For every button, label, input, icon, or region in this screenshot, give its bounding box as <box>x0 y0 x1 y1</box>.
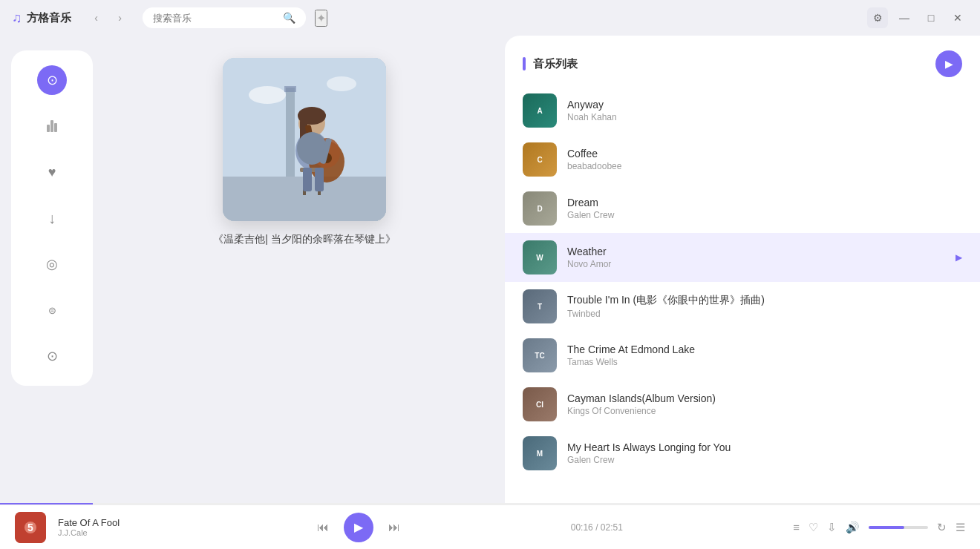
track-thumb: W <box>523 240 557 274</box>
play-all-button[interactable]: ▶ <box>935 50 962 77</box>
app-logo: ♫ 方格音乐 <box>12 10 71 26</box>
close-button[interactable]: ✕ <box>947 7 968 28</box>
progress-bar[interactable] <box>0 503 980 504</box>
album-art[interactable]: + 收藏歌单 <box>223 58 386 221</box>
track-info: Trouble I'm In (电影《你眼中的世界》插曲) Twinbed <box>567 294 945 319</box>
next-button[interactable]: ⏭ <box>388 521 400 534</box>
track-artist: Kings Of Convenience <box>567 406 945 416</box>
play-indicator: ▶ <box>956 252 962 263</box>
playlist-item[interactable]: TC The Crime At Edmond Lake Tamas Wells … <box>505 331 980 380</box>
toggle-icon: ⊜ <box>48 305 56 316</box>
bottom-player: 5 Fate Of A Fool J.J.Cale ⏮ ▶ ⏭ 00:16 / … <box>0 504 980 549</box>
like-button[interactable]: ♡ <box>808 521 818 534</box>
heart-icon: ♥ <box>48 165 56 180</box>
playlist-item[interactable]: W The Wolves And The Ravens Rogue Valley… <box>505 478 980 481</box>
track-artist: Novo Amor <box>567 259 945 269</box>
sidebar-item-download[interactable]: ↓ <box>37 203 67 233</box>
plus-icon: + <box>280 134 286 145</box>
player-album-thumb: 5 <box>15 512 46 543</box>
playlist-item[interactable]: C Coffee beabadoobee ▶ <box>505 135 980 184</box>
sparkle-button[interactable]: ✦ <box>315 10 327 27</box>
playlist-title-bar <box>523 57 526 70</box>
download-icon: ↓ <box>48 210 56 227</box>
next-icon: ⏭ <box>388 521 400 534</box>
download-button[interactable]: ⇩ <box>827 521 837 534</box>
track-name: Dream <box>567 197 945 208</box>
album-title: 《温柔吉他| 当夕阳的余晖落在琴键上》 <box>213 233 396 246</box>
playlist-item[interactable]: M My Heart Is Always Longing for You Gal… <box>505 429 980 478</box>
sidebar-item-favorites[interactable]: ♥ <box>37 157 67 187</box>
logo-icon: ♫ <box>12 10 22 26</box>
record-icon: ⊙ <box>47 72 58 88</box>
track-artist: beabadoobee <box>567 161 945 171</box>
prev-button[interactable]: ⏮ <box>317 521 329 534</box>
time-display: 00:16 / 02:51 <box>571 522 623 533</box>
time-separator: / <box>595 522 601 533</box>
track-info: Anyway Noah Kahan <box>567 99 945 122</box>
playlist-item[interactable]: CI Cayman Islands(Album Version) Kings O… <box>505 380 980 429</box>
track-thumb: D <box>523 191 557 226</box>
play-pause-button[interactable]: ▶ <box>344 513 373 542</box>
track-thumb: CI <box>523 387 557 421</box>
sidebar-item-toggle[interactable]: ⊜ <box>37 295 67 325</box>
sidebar-item-chart[interactable] <box>37 111 67 141</box>
svg-text:5: 5 <box>27 522 33 533</box>
queue-icon: ☰ <box>956 521 965 534</box>
playlist-item[interactable]: D Dream Galen Crew ▶ <box>505 184 980 233</box>
sidebar-item-record[interactable]: ⊙ <box>37 65 67 95</box>
current-time: 00:16 <box>571 522 593 533</box>
track-thumb: A <box>523 93 557 128</box>
volume-slider[interactable] <box>869 526 928 529</box>
sidebar-card: ⊙ ♥ ↓ ◎ ⊜ ⊙ <box>11 50 93 386</box>
search-icon[interactable]: 🔍 <box>283 12 295 24</box>
lyrics-button[interactable]: ≡ <box>793 521 800 533</box>
track-info: Cayman Islands(Album Version) Kings Of C… <box>567 392 945 416</box>
player-controls: ⏮ ▶ ⏭ <box>317 513 400 542</box>
track-thumb: C <box>523 142 557 177</box>
track-info: The Crime At Edmond Lake Tamas Wells <box>567 343 945 367</box>
sidebar-item-more[interactable]: ⊙ <box>37 341 67 371</box>
track-name: Weather <box>567 246 945 257</box>
track-thumb: M <box>523 436 557 470</box>
playlist-panel: 音乐列表 ▶ A Anyway Noah Kahan ▶ C Coffee be… <box>505 36 980 504</box>
queue-button[interactable]: ☰ <box>956 521 965 534</box>
lyrics-icon: ≡ <box>793 521 800 533</box>
track-info: Weather Novo Amor <box>567 246 945 269</box>
track-name: My Heart Is Always Longing for You <box>567 441 945 453</box>
volume-icon: 🔊 <box>846 521 860 534</box>
collect-button[interactable]: + 收藏歌单 <box>268 127 341 152</box>
center-panel: + 收藏歌单 《温柔吉他| 当夕阳的余晖落在琴键上》 <box>104 36 505 504</box>
playlist-item[interactable]: W Weather Novo Amor ▶ <box>505 233 980 282</box>
playlist-item[interactable]: T Trouble I'm In (电影《你眼中的世界》插曲) Twinbed … <box>505 282 980 331</box>
track-info: My Heart Is Always Longing for You Galen… <box>567 441 945 465</box>
track-thumb: TC <box>523 338 557 372</box>
progress-fill <box>0 503 93 504</box>
track-artist: Twinbed <box>567 309 945 319</box>
track-artist: Galen Crew <box>567 210 945 220</box>
play-icon: ▶ <box>354 520 363 534</box>
nav-forward-button[interactable]: › <box>110 7 131 28</box>
nav-back-button[interactable]: ‹ <box>86 7 107 28</box>
playlist-list[interactable]: A Anyway Noah Kahan ▶ C Coffee beabadoob… <box>505 86 980 481</box>
sidebar-item-discover[interactable]: ◎ <box>37 249 67 279</box>
maximize-button[interactable]: □ <box>921 7 941 28</box>
track-thumb: T <box>523 289 557 323</box>
sidebar: ⊙ ♥ ↓ ◎ ⊜ ⊙ <box>0 36 104 504</box>
track-name: Trouble I'm In (电影《你眼中的世界》插曲) <box>567 294 945 307</box>
track-name: Cayman Islands(Album Version) <box>567 392 945 404</box>
settings-button[interactable]: ⚙ <box>867 7 888 28</box>
volume-button[interactable]: 🔊 <box>846 521 860 534</box>
repeat-button[interactable]: ↻ <box>937 521 947 534</box>
total-time: 02:51 <box>601 522 623 533</box>
nav-arrows: ‹ › <box>86 7 131 28</box>
chart-icon <box>47 120 57 132</box>
track-artist: Tamas Wells <box>567 357 945 367</box>
search-input[interactable] <box>153 13 277 24</box>
playlist-item[interactable]: A Anyway Noah Kahan ▶ <box>505 86 980 135</box>
minimize-button[interactable]: — <box>894 7 915 28</box>
app-title: 方格音乐 <box>27 11 71 25</box>
player-right-controls: ≡ ♡ ⇩ 🔊 ↻ ☰ <box>793 521 965 534</box>
title-bar: ♫ 方格音乐 ‹ › 🔍 ✦ ⚙ — □ ✕ <box>0 0 980 36</box>
discover-icon: ◎ <box>46 256 58 272</box>
track-artist: Noah Kahan <box>567 112 945 122</box>
